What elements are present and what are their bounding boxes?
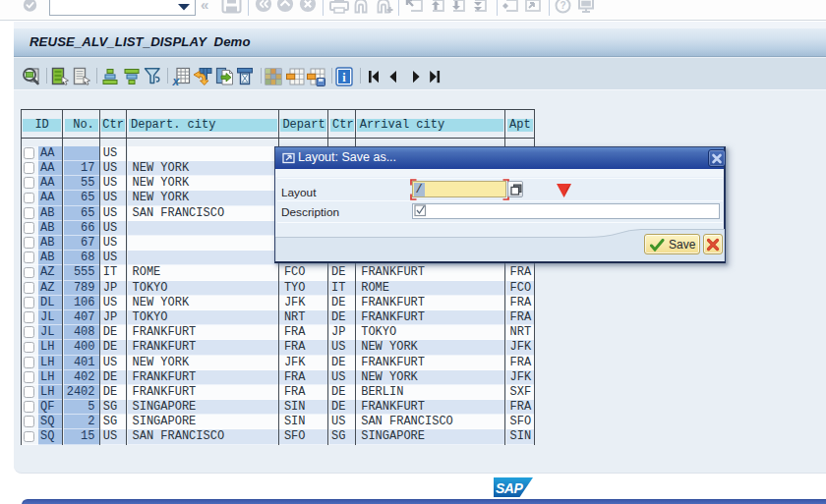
svg-text:SAP: SAP: [496, 479, 523, 495]
svg-text:?: ?: [560, 0, 565, 11]
